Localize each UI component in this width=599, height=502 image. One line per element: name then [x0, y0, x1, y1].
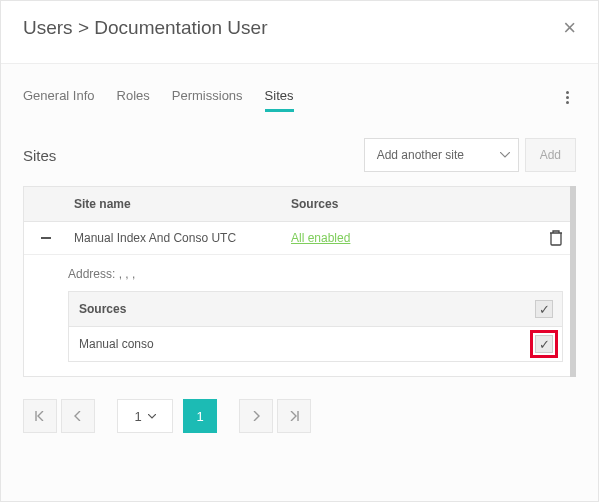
- row-expansion: Address: , , , Sources Manual conso: [24, 255, 575, 376]
- tab-general-info[interactable]: General Info: [23, 82, 95, 112]
- sources-table-header: Sources: [69, 292, 562, 327]
- source-label: Manual conso: [69, 327, 526, 361]
- breadcrumb-leaf: Documentation User: [94, 17, 267, 38]
- tab-sites[interactable]: Sites: [265, 82, 294, 112]
- source-row: Manual conso: [69, 327, 562, 361]
- sources-table: Sources Manual conso: [68, 291, 563, 362]
- page-prev-button[interactable]: [61, 399, 95, 433]
- page-select[interactable]: 1: [117, 399, 173, 433]
- sites-table: Site name Sources Manual Index And Conso…: [23, 186, 576, 377]
- section-header: Sites Add another site Add: [23, 138, 576, 172]
- tab-permissions[interactable]: Permissions: [172, 82, 243, 112]
- minus-icon: [41, 237, 51, 239]
- modal-header: Users > Documentation User ×: [1, 1, 598, 63]
- page-last-button[interactable]: [277, 399, 311, 433]
- caret-down-icon: [500, 152, 510, 158]
- highlight-annotation: [530, 330, 558, 358]
- scrollbar[interactable]: [570, 186, 576, 377]
- select-all-checkbox[interactable]: [535, 300, 553, 318]
- add-site-placeholder: Add another site: [377, 148, 464, 162]
- page-select-value: 1: [134, 409, 141, 424]
- col-sources: Sources: [285, 187, 537, 221]
- add-site-select[interactable]: Add another site: [364, 138, 519, 172]
- row-collapse-toggle[interactable]: [24, 222, 68, 254]
- cell-site-name: Manual Index And Conso UTC: [68, 223, 285, 253]
- pagination: 1 1: [23, 399, 576, 433]
- page-next-button[interactable]: [239, 399, 273, 433]
- breadcrumb: Users > Documentation User: [23, 17, 563, 39]
- sources-col-label: Sources: [69, 292, 526, 326]
- table-row: Manual Index And Conso UTC All enabled: [24, 222, 575, 255]
- overflow-menu-icon[interactable]: [558, 88, 576, 106]
- modal-users-site: Users > Documentation User × General Inf…: [0, 0, 599, 502]
- breadcrumb-root[interactable]: Users: [23, 17, 73, 38]
- caret-down-icon: [148, 414, 156, 419]
- tab-bar: General Info Roles Permissions Sites: [23, 64, 576, 112]
- address-line: Address: , , ,: [68, 267, 563, 281]
- tab-roles[interactable]: Roles: [117, 82, 150, 112]
- modal-body: General Info Roles Permissions Sites Sit…: [1, 63, 598, 501]
- table-header: Site name Sources: [24, 187, 575, 222]
- close-icon[interactable]: ×: [563, 17, 576, 39]
- trash-icon[interactable]: [549, 230, 563, 246]
- breadcrumb-sep: >: [73, 17, 95, 38]
- sources-link[interactable]: All enabled: [291, 231, 350, 245]
- section-title: Sites: [23, 147, 364, 164]
- source-checkbox[interactable]: [535, 335, 553, 353]
- add-button[interactable]: Add: [525, 138, 576, 172]
- col-site-name: Site name: [68, 187, 285, 221]
- page-first-button[interactable]: [23, 399, 57, 433]
- page-current: 1: [183, 399, 217, 433]
